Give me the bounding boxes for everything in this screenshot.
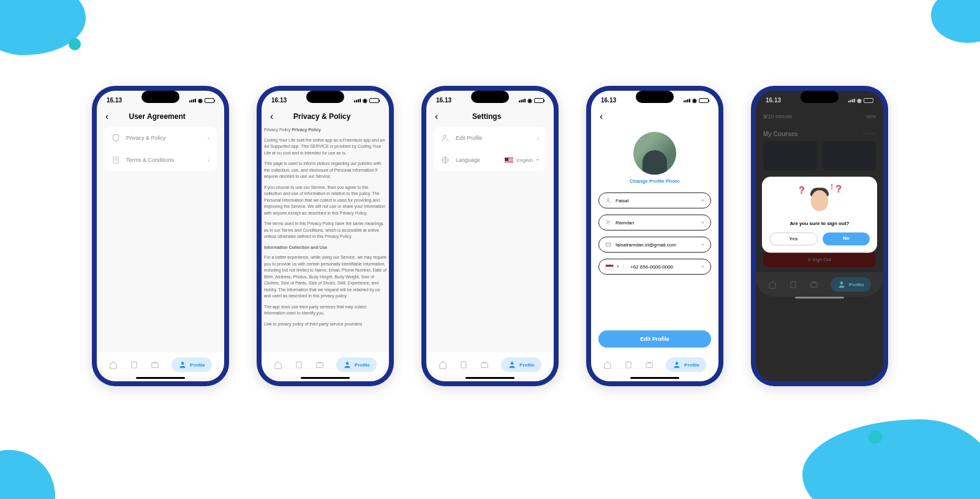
document-icon[interactable] bbox=[295, 360, 303, 369]
document-icon[interactable] bbox=[459, 360, 468, 369]
section-heading: Information Collection and Use bbox=[264, 245, 386, 251]
battery-icon bbox=[369, 98, 379, 103]
email-input[interactable] bbox=[616, 242, 697, 248]
profile-tab[interactable]: Profile bbox=[172, 357, 212, 372]
decor-blob bbox=[931, 0, 980, 43]
avatar[interactable] bbox=[633, 132, 676, 175]
policy-paragraph: This page is used to inform visitors reg… bbox=[264, 161, 386, 180]
user-icon bbox=[673, 360, 681, 369]
signal-icon bbox=[519, 99, 526, 102]
profile-tab[interactable]: Profile bbox=[666, 357, 706, 372]
edit-profile-button[interactable]: Edit Profile bbox=[598, 330, 711, 348]
terms-conditions-row[interactable]: Terms & Conditions › bbox=[104, 149, 217, 171]
svg-rect-3 bbox=[132, 362, 137, 368]
thinking-illustration: ?!? bbox=[801, 185, 838, 216]
edit-profile-row[interactable]: Edit Profile › bbox=[434, 127, 546, 149]
document-icon[interactable] bbox=[624, 360, 633, 369]
status-time: 16.13 bbox=[436, 97, 451, 104]
bottom-nav: Profile bbox=[97, 352, 224, 377]
phone-input[interactable] bbox=[630, 264, 697, 270]
video-icon[interactable] bbox=[151, 360, 159, 369]
document-icon[interactable] bbox=[130, 360, 138, 369]
change-photo-link[interactable]: Change Profile Photo bbox=[598, 178, 711, 184]
language-row[interactable]: Language English ▾ bbox=[434, 149, 546, 171]
last-name-input[interactable] bbox=[616, 220, 697, 226]
video-icon[interactable] bbox=[480, 360, 489, 369]
language-value: English bbox=[517, 158, 533, 163]
clear-icon[interactable]: × bbox=[701, 242, 704, 248]
phone-frame: 16.13 ◉ ‹ Change Profile Photo × × × bbox=[586, 86, 723, 386]
home-indicator[interactable] bbox=[136, 377, 185, 379]
notch bbox=[306, 91, 344, 103]
user-icon bbox=[178, 360, 187, 369]
modal-message: Are you sure to sign out? bbox=[769, 221, 870, 226]
decor-dot bbox=[869, 430, 882, 444]
svg-rect-12 bbox=[481, 363, 488, 368]
back-button[interactable]: ‹ bbox=[600, 111, 603, 122]
home-icon bbox=[768, 280, 777, 289]
first-name-input[interactable] bbox=[616, 198, 697, 204]
page-title: User Agreement bbox=[108, 112, 206, 121]
profile-tab[interactable]: Profile bbox=[501, 357, 541, 372]
home-icon[interactable] bbox=[274, 360, 282, 369]
user-icon bbox=[508, 360, 516, 369]
svg-rect-11 bbox=[461, 362, 466, 368]
sign-out-button: ⎋ Sign Out bbox=[763, 252, 876, 267]
last-name-field[interactable]: × bbox=[598, 215, 711, 230]
shield-icon bbox=[111, 134, 120, 142]
privacy-policy-row[interactable]: Privacy & Policy › bbox=[104, 127, 217, 149]
bottom-nav: Profile bbox=[591, 352, 718, 377]
clear-icon[interactable]: × bbox=[701, 264, 704, 270]
battery-icon bbox=[205, 98, 214, 103]
row-label: Terms & Conditions bbox=[126, 157, 202, 163]
progress-pct: 30% bbox=[866, 114, 876, 120]
home-icon[interactable] bbox=[439, 360, 447, 369]
video-icon bbox=[810, 280, 818, 289]
users-icon bbox=[605, 219, 611, 226]
decor-blob bbox=[0, 450, 55, 499]
home-indicator[interactable] bbox=[795, 297, 844, 299]
phone-frame: 16.13 ◉ ‹ User Agreement Privacy & Polic… bbox=[92, 86, 229, 386]
profile-label: Profile bbox=[849, 282, 864, 288]
home-icon[interactable] bbox=[603, 360, 612, 369]
section-title: My Courses bbox=[763, 131, 798, 137]
clear-icon[interactable]: × bbox=[701, 197, 704, 204]
svg-rect-21 bbox=[791, 281, 796, 288]
video-icon[interactable] bbox=[315, 360, 324, 369]
status-time: 16.13 bbox=[271, 97, 287, 104]
chevron-down-icon: ▾ bbox=[617, 264, 619, 269]
no-button[interactable]: No bbox=[823, 232, 870, 245]
notch bbox=[636, 91, 674, 103]
policy-paragraph: For a better experience, while using our… bbox=[264, 254, 386, 300]
home-icon[interactable] bbox=[109, 360, 118, 369]
svg-point-14 bbox=[607, 199, 609, 200]
user-icon bbox=[837, 280, 846, 289]
policy-content[interactable]: Privacy Policy Privacy Policy Coding You… bbox=[262, 127, 389, 352]
row-label: Edit Profile bbox=[456, 135, 531, 141]
home-indicator[interactable] bbox=[466, 377, 514, 379]
decor-dot bbox=[69, 38, 81, 50]
email-field[interactable]: × bbox=[598, 237, 711, 253]
first-name-field[interactable]: × bbox=[598, 192, 711, 208]
policy-paragraph: Link to privacy policy of third party se… bbox=[264, 321, 386, 328]
phone-frame: 16.13 ◉ ‹ Settings Edit Profile › Langua… bbox=[421, 86, 559, 386]
video-icon[interactable] bbox=[645, 360, 654, 369]
bottom-nav: Profile bbox=[262, 352, 389, 377]
phone-frame: 16.13 ◉ 3/10 minute 30% My Courses See a… bbox=[751, 86, 888, 386]
battery-icon bbox=[699, 98, 709, 103]
yes-button[interactable]: Yes bbox=[769, 232, 818, 245]
chevron-right-icon: › bbox=[537, 135, 539, 142]
phone-field[interactable]: ▾ × bbox=[598, 259, 711, 275]
document-icon bbox=[111, 156, 120, 164]
status-time: 16.13 bbox=[107, 97, 122, 104]
notch bbox=[471, 91, 509, 103]
wifi-icon: ◉ bbox=[363, 97, 368, 104]
bottom-nav: Profile bbox=[756, 272, 883, 297]
profile-tab[interactable]: Profile bbox=[336, 357, 377, 372]
clear-icon[interactable]: × bbox=[701, 219, 704, 226]
home-indicator[interactable] bbox=[630, 377, 679, 379]
home-indicator[interactable] bbox=[301, 377, 350, 379]
svg-point-23 bbox=[840, 281, 843, 284]
notch bbox=[801, 91, 839, 103]
country-selector[interactable]: ▾ bbox=[605, 264, 624, 270]
